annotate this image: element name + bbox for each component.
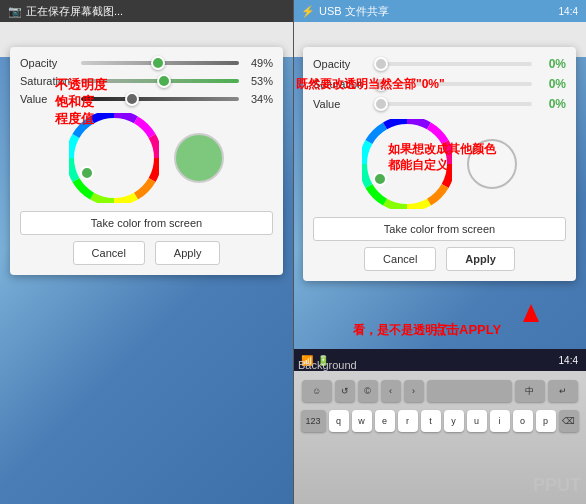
right-annotation-customize: 如果想改成其他颜色都能自定义 bbox=[388, 142, 496, 173]
svg-point-12 bbox=[81, 167, 93, 179]
left-opacity-annotation: 不透明度 bbox=[55, 77, 107, 94]
left-apply-button[interactable]: Apply bbox=[155, 241, 221, 265]
right-value-row: Value 0% bbox=[313, 97, 566, 111]
left-panel: Opacity 49% Saturation 53% Value bbox=[0, 22, 293, 504]
panel-divider bbox=[293, 22, 294, 504]
right-panel: Opacity 0% Saturation 0% Value bbox=[293, 22, 586, 504]
key-fn2[interactable]: © bbox=[358, 380, 378, 402]
key-e[interactable]: e bbox=[375, 410, 395, 432]
key-r[interactable]: r bbox=[398, 410, 418, 432]
left-opacity-row: Opacity 49% bbox=[20, 57, 273, 69]
keyboard-row-num: 123 q w e r t y u i o p ⌫ bbox=[295, 406, 584, 436]
left-take-color-row: Take color from screen bbox=[20, 211, 273, 235]
svg-point-25 bbox=[374, 173, 386, 185]
left-opacity-track[interactable] bbox=[81, 61, 239, 65]
right-take-color-row: Take color from screen bbox=[313, 217, 566, 241]
left-value-thumb[interactable] bbox=[125, 92, 139, 106]
right-cancel-button[interactable]: Cancel bbox=[364, 247, 436, 271]
right-annotation-transparency: 既然要改透明当然全部"0%" bbox=[296, 77, 445, 93]
key-enter[interactable]: ↵ bbox=[548, 380, 578, 402]
left-color-preview bbox=[174, 133, 224, 183]
left-saturation-annotation: 饱和度 bbox=[55, 94, 94, 111]
key-fn1[interactable]: ↺ bbox=[335, 380, 355, 402]
right-value-value: 0% bbox=[538, 97, 566, 111]
watermark: PPUT bbox=[533, 475, 581, 496]
left-opacity-label: Opacity bbox=[20, 57, 75, 69]
right-opacity-label: Opacity bbox=[313, 58, 368, 70]
right-value-label: Value bbox=[313, 98, 368, 110]
key-u[interactable]: u bbox=[467, 410, 487, 432]
key-emoji[interactable]: ☺ bbox=[302, 380, 332, 402]
apply-arrow bbox=[523, 304, 539, 322]
key-t[interactable]: t bbox=[421, 410, 441, 432]
left-status-bar: 📷 正在保存屏幕截图... bbox=[0, 0, 293, 22]
right-opacity-thumb[interactable] bbox=[374, 57, 388, 71]
right-apply-button[interactable]: Apply bbox=[446, 247, 515, 271]
key-del[interactable]: ⌫ bbox=[559, 410, 579, 432]
right-opacity-value: 0% bbox=[538, 57, 566, 71]
key-fn3[interactable]: ‹ bbox=[381, 380, 401, 402]
key-q[interactable]: q bbox=[329, 410, 349, 432]
time-display: 14:4 bbox=[559, 6, 578, 17]
right-value-thumb[interactable] bbox=[374, 97, 388, 111]
right-status-text: USB 文件共享 bbox=[319, 4, 389, 19]
usb-icon: ⚡ bbox=[301, 5, 315, 18]
left-saturation-value: 53% bbox=[245, 75, 273, 87]
right-status-bar: ⚡ USB 文件共享 14:4 bbox=[293, 0, 586, 22]
left-saturation-thumb[interactable] bbox=[157, 74, 171, 88]
key-p[interactable]: p bbox=[536, 410, 556, 432]
left-value-track[interactable] bbox=[81, 97, 239, 101]
key-w[interactable]: w bbox=[352, 410, 372, 432]
right-opacity-row: Opacity 0% bbox=[313, 57, 566, 71]
right-take-color-button[interactable]: Take color from screen bbox=[313, 217, 566, 241]
key-space[interactable] bbox=[427, 380, 512, 402]
left-status-text: 正在保存屏幕截图... bbox=[26, 4, 123, 19]
key-y[interactable]: y bbox=[444, 410, 464, 432]
key-o[interactable]: o bbox=[513, 410, 533, 432]
key-lang[interactable]: 中 bbox=[515, 380, 545, 402]
left-opacity-value: 49% bbox=[245, 57, 273, 69]
right-action-buttons: Cancel Apply bbox=[313, 247, 566, 271]
right-annotation-transparent: 看，是不是透明了 bbox=[353, 323, 449, 339]
background-label: Background bbox=[298, 359, 357, 371]
left-value-annotation: 程度值 bbox=[55, 111, 94, 128]
right-value-track[interactable] bbox=[374, 102, 532, 106]
left-action-buttons: Cancel Apply bbox=[20, 241, 273, 265]
key-123[interactable]: 123 bbox=[301, 410, 326, 432]
left-opacity-thumb[interactable] bbox=[151, 56, 165, 70]
left-color-dialog: Opacity 49% Saturation 53% Value bbox=[10, 47, 283, 275]
left-take-color-button[interactable]: Take color from screen bbox=[20, 211, 273, 235]
right-opacity-track[interactable] bbox=[374, 62, 532, 66]
left-status-icon: 📷 bbox=[8, 5, 22, 18]
bottom-time: 14:4 bbox=[559, 355, 578, 366]
left-value-value: 34% bbox=[245, 93, 273, 105]
left-cancel-button[interactable]: Cancel bbox=[73, 241, 145, 265]
key-fn4[interactable]: › bbox=[404, 380, 424, 402]
right-saturation-value: 0% bbox=[538, 77, 566, 91]
keyboard-row-special: ☺ ↺ © ‹ › 中 ↵ bbox=[295, 376, 584, 406]
key-i[interactable]: i bbox=[490, 410, 510, 432]
